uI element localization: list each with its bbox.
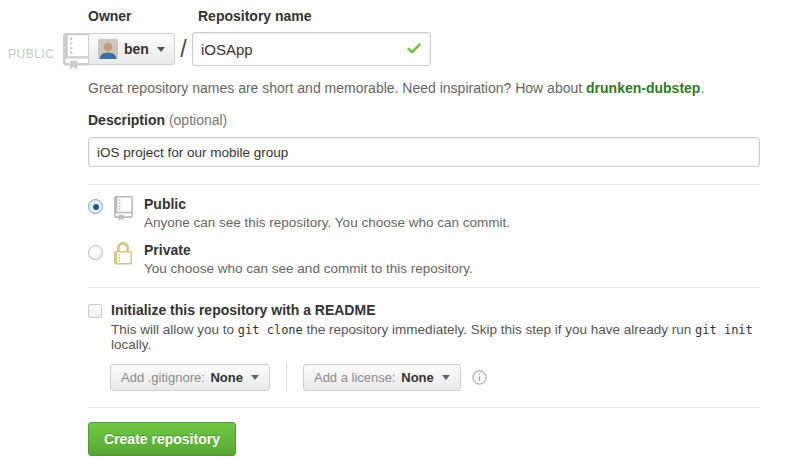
divider <box>88 407 760 408</box>
private-option-title: Private <box>144 242 473 258</box>
description-label: Description (optional) <box>88 112 760 130</box>
lock-icon <box>112 242 134 270</box>
license-dropdown-value: None <box>401 370 434 385</box>
visibility-option-public[interactable]: Public Anyone can see this repository. Y… <box>88 196 760 230</box>
description-input[interactable] <box>88 137 760 167</box>
hint-text: Great repository names are short and mem… <box>88 80 586 96</box>
repo-name-row: ben / <box>88 32 760 66</box>
divider <box>88 184 760 185</box>
public-option-title: Public <box>144 196 510 212</box>
public-radio[interactable] <box>88 199 103 214</box>
readme-init-section: Initialize this repository with a README… <box>88 302 760 352</box>
new-repository-form: Owner Repository name ben / <box>88 8 760 456</box>
chevron-down-icon <box>251 375 259 380</box>
name-valid-check-icon <box>406 41 422 57</box>
readme-checkbox[interactable] <box>88 304 102 318</box>
template-dropdowns-row: Add .gitignore: None Add a license: None <box>110 363 760 391</box>
readme-title: Initialize this repository with a README <box>111 302 760 318</box>
public-badge-label: PUBLIC <box>8 47 54 61</box>
description-optional-note: (optional) <box>169 112 227 128</box>
repository-name-label: Repository name <box>198 8 312 26</box>
info-icon[interactable] <box>472 370 487 385</box>
license-dropdown-prefix: Add a license: <box>314 370 396 385</box>
owner-username: ben <box>124 41 149 57</box>
private-radio[interactable] <box>88 245 103 260</box>
repo-name-hint: Great repository names are short and mem… <box>88 80 760 96</box>
visibility-option-private[interactable]: Private You choose who can see and commi… <box>88 242 760 276</box>
chevron-down-icon <box>442 375 450 380</box>
owner-label: Owner <box>88 8 198 26</box>
create-repository-button[interactable]: Create repository <box>88 422 236 456</box>
public-visibility-badge: PUBLIC <box>8 33 91 74</box>
owner-repo-separator: / <box>175 36 192 63</box>
chevron-down-icon <box>157 47 165 52</box>
gitignore-dropdown[interactable]: Add .gitignore: None <box>110 364 270 391</box>
license-dropdown[interactable]: Add a license: None <box>303 364 461 391</box>
git-init-code: git init <box>695 323 753 337</box>
private-option-description: You choose who can see and commit to thi… <box>144 261 473 276</box>
description-section: Description (optional) <box>88 112 760 167</box>
repository-name-input[interactable] <box>192 32 431 66</box>
git-clone-code: git clone <box>238 323 303 337</box>
divider <box>88 287 760 288</box>
gitignore-dropdown-prefix: Add .gitignore: <box>121 370 205 385</box>
field-labels-row: Owner Repository name <box>88 8 760 26</box>
repo-book-icon <box>112 196 134 225</box>
public-option-description: Anyone can see this repository. You choo… <box>144 215 510 230</box>
readme-description: This will allow you to git clone the rep… <box>111 322 760 352</box>
gitignore-dropdown-value: None <box>210 370 243 385</box>
name-suggestion-link[interactable]: drunken-dubstep <box>586 80 700 96</box>
owner-avatar <box>98 39 118 59</box>
owner-dropdown[interactable]: ben <box>88 33 175 65</box>
hint-text-end: . <box>700 80 704 96</box>
vertical-divider <box>286 362 287 392</box>
